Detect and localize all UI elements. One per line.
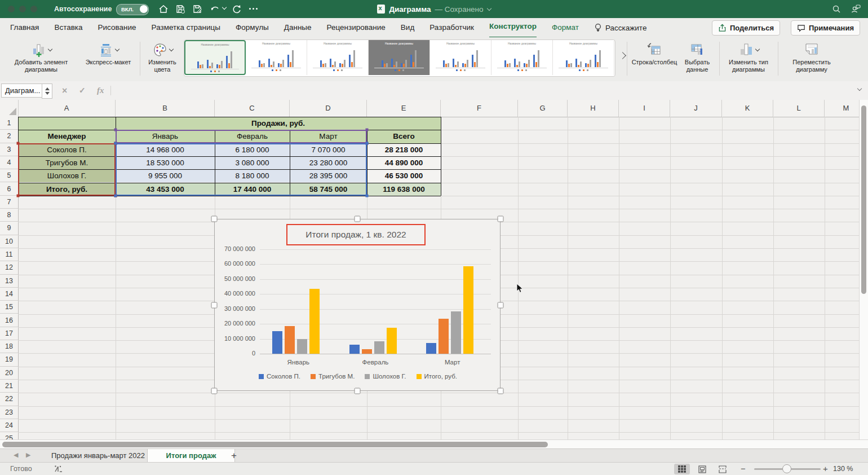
row-header-17[interactable]: 17: [0, 327, 18, 340]
column-header-G[interactable]: G: [518, 100, 568, 117]
row-header-8[interactable]: 8: [0, 209, 18, 222]
chart-resize-handle[interactable]: [211, 388, 218, 394]
column-header-D[interactable]: D: [290, 100, 367, 117]
horizontal-scrollbar[interactable]: [0, 439, 868, 448]
sheet-tab-sales[interactable]: Продажи январь-март 2022: [37, 449, 160, 463]
save-icon[interactable]: [175, 3, 186, 15]
page-break-view-button[interactable]: [715, 464, 730, 474]
bar-series1-1[interactable]: [272, 331, 282, 354]
vertical-scrollbar-thumb[interactable]: [861, 105, 866, 294]
chart-style-thumbnail-1[interactable]: Название диаграммы: [184, 40, 246, 75]
sheet-tab-results[interactable]: Итоги продаж: [147, 449, 235, 463]
row-header-5[interactable]: 5: [0, 169, 18, 182]
prev-sheet-arrow[interactable]: ◀: [14, 451, 18, 459]
ribbon-tab-format[interactable]: Формат: [552, 18, 579, 37]
legend-item[interactable]: Тригубов М.: [311, 373, 355, 380]
bar-series4-3[interactable]: [463, 266, 473, 354]
save-as-icon[interactable]: [192, 3, 203, 15]
ribbon-tab-home[interactable]: Главная: [10, 18, 39, 37]
column-header-J[interactable]: J: [670, 100, 722, 117]
legend-item[interactable]: Шолохов Г.: [365, 373, 406, 380]
select-data-button[interactable]: Выбрать данные: [680, 41, 715, 73]
row-header-20[interactable]: 20: [0, 367, 18, 380]
chart-resize-handle[interactable]: [211, 302, 218, 308]
column-header-L[interactable]: L: [773, 100, 825, 117]
values-range-border-handle[interactable]: [114, 194, 117, 197]
chart-style-thumbnail-7[interactable]: Название диаграммы: [553, 40, 614, 75]
bar-series3-1[interactable]: [297, 339, 307, 354]
ribbon-tab-view[interactable]: Вид: [401, 18, 414, 37]
values-range-border-handle[interactable]: [114, 142, 117, 144]
autosave-toggle[interactable]: ВКЛ.: [116, 4, 149, 15]
row-header-19[interactable]: 19: [0, 353, 18, 366]
chart-style-thumbnail-5[interactable]: Название диаграммы: [430, 40, 491, 75]
ribbon-tab-draw[interactable]: Рисование: [98, 18, 136, 37]
row-header-2[interactable]: 2: [0, 130, 18, 143]
row-header-13[interactable]: 13: [0, 275, 18, 288]
ribbon-tab-review[interactable]: Рецензирование: [327, 18, 386, 37]
share-button[interactable]: Поделиться: [712, 20, 780, 36]
display-settings-icon[interactable]: [54, 465, 63, 473]
zoom-percentage[interactable]: 130 %: [833, 463, 853, 475]
row-header-4[interactable]: 4: [0, 156, 18, 169]
column-header-E[interactable]: E: [367, 100, 441, 117]
bar-series4-2[interactable]: [387, 328, 397, 354]
ribbon-tab-insert[interactable]: Вставка: [54, 18, 82, 37]
bar-series3-2[interactable]: [374, 341, 384, 354]
quick-layout-button[interactable]: Экспресс-макет: [79, 41, 138, 66]
row-header-21[interactable]: 21: [0, 380, 18, 393]
chart-resize-handle[interactable]: [211, 216, 218, 222]
column-header-B[interactable]: B: [116, 100, 215, 117]
search-icon[interactable]: [831, 3, 842, 15]
home-icon[interactable]: [158, 3, 169, 15]
row-header-12[interactable]: 12: [0, 261, 18, 274]
formula-bar-expand-chevron[interactable]: [857, 86, 862, 91]
ribbon-tab-page-layout[interactable]: Разметка страницы: [152, 18, 220, 37]
page-layout-view-button[interactable]: [694, 464, 710, 474]
column-header-A[interactable]: A: [18, 100, 116, 117]
chart-resize-handle[interactable]: [498, 388, 504, 394]
legend-item[interactable]: Соколов П.: [259, 373, 300, 380]
select-all-corner[interactable]: [0, 100, 19, 117]
add-sheet-button[interactable]: +: [223, 449, 245, 463]
move-chart-button[interactable]: Переместить диаграмму: [782, 41, 841, 73]
next-sheet-arrow[interactable]: ▶: [26, 451, 30, 459]
row-header-24[interactable]: 24: [0, 419, 18, 432]
category-range-border-handle[interactable]: [17, 194, 20, 197]
column-header-F[interactable]: F: [441, 100, 518, 117]
bar-series4-1[interactable]: [309, 289, 320, 354]
legend-item[interactable]: Итого, руб.: [417, 373, 457, 380]
change-chart-type-button[interactable]: Изменить тип диаграммы: [723, 41, 774, 73]
bar-series2-1[interactable]: [285, 326, 295, 354]
row-header-16[interactable]: 16: [0, 314, 18, 327]
close-window-button[interactable]: [8, 6, 15, 12]
switch-row-column-button[interactable]: Строка/столбец: [629, 41, 680, 66]
row-header-22[interactable]: 22: [0, 393, 18, 406]
row-header-7[interactable]: 7: [0, 196, 18, 209]
ribbon-tab-developer[interactable]: Разработчик: [429, 18, 474, 37]
chart-style-thumbnail-4[interactable]: Название диаграммы: [369, 40, 430, 75]
redo-icon[interactable]: [231, 3, 242, 15]
series-range-border-handle[interactable]: [114, 129, 117, 131]
formula-input[interactable]: [115, 83, 851, 98]
chart-style-thumbnail-6[interactable]: Название диаграммы: [491, 40, 553, 75]
column-header-H[interactable]: H: [568, 100, 619, 117]
vertical-scrollbar[interactable]: [859, 100, 868, 439]
zoom-out-button[interactable]: −: [741, 463, 746, 475]
bar-series2-2[interactable]: [362, 349, 372, 354]
category-range-border-handle[interactable]: [17, 142, 20, 144]
enter-icon[interactable]: ✓: [79, 83, 86, 98]
bar-series2-3[interactable]: [439, 319, 449, 354]
row-header-1[interactable]: 1: [0, 117, 18, 130]
row-header-9[interactable]: 9: [0, 222, 18, 235]
minimize-window-button[interactable]: [19, 6, 26, 12]
chart-resize-handle[interactable]: [355, 388, 361, 394]
chart-title[interactable]: Итоги продаж, 1 кв. 2022: [286, 224, 426, 245]
zoom-window-button[interactable]: [30, 6, 37, 12]
name-box[interactable]: Диаграм...: [1, 83, 45, 98]
bar-series3-3[interactable]: [451, 311, 461, 354]
gallery-more-chevron[interactable]: [619, 52, 626, 59]
undo-dropdown-chevron[interactable]: [222, 5, 227, 10]
zoom-slider-knob[interactable]: [782, 464, 791, 473]
chart-style-thumbnail-2[interactable]: Название диаграммы: [246, 40, 307, 75]
